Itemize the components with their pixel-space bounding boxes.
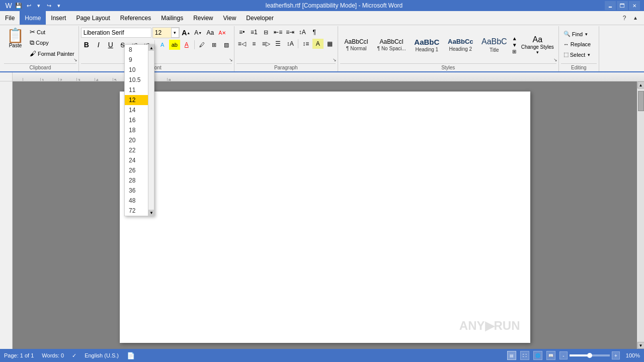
view-mode-fullscreen[interactable]: ⛶ (520, 351, 529, 360)
redo-button[interactable]: ↪ (44, 1, 53, 10)
italic-button[interactable]: I (93, 40, 104, 50)
change-styles-button[interactable]: Aa Change Styles ▾ (519, 34, 556, 56)
menu-insert[interactable]: Insert (46, 11, 71, 25)
zoom-in-button[interactable]: + (612, 351, 620, 359)
menu-review[interactable]: Review (188, 11, 218, 25)
scroll-up-button[interactable]: ▲ (637, 81, 645, 88)
cut-button[interactable]: ✂ Cut (28, 27, 76, 37)
quick-access-toolbar: W 💾 ↩ ▾ ↪ ▾ (4, 1, 63, 10)
help-button[interactable]: ? (620, 14, 629, 23)
style-h2-label: Heading 2 (449, 46, 472, 52)
font-shrink-button[interactable]: A▼ (193, 28, 204, 38)
font-size-input[interactable] (153, 28, 171, 38)
cut-label: Cut (37, 29, 45, 35)
paragraph-expander[interactable]: ↘ (333, 57, 337, 62)
select-icon: ⬚ (564, 51, 569, 58)
horizontal-ruler: 1 2 3 4 5 6 7 8 (13, 72, 644, 81)
style-heading2[interactable]: AaBbCc Heading 2 (444, 36, 477, 53)
select-button[interactable]: ⬚ Select ▾ (561, 50, 593, 59)
style-heading1[interactable]: AaBbC Heading 1 (411, 36, 443, 54)
bullets-button[interactable]: ≡• (236, 27, 248, 37)
font-size-dropdown-button[interactable]: ▾ (171, 28, 179, 38)
underline-button[interactable]: U (105, 40, 116, 50)
doc-view-icon[interactable]: 📄 (127, 352, 135, 359)
text-effects-button[interactable]: A (157, 40, 168, 50)
zoom-slider[interactable] (570, 354, 610, 356)
bold-button[interactable]: B (81, 40, 92, 50)
multilevel-button[interactable]: ⊟ (261, 27, 272, 37)
menu-home[interactable]: Home (20, 11, 46, 25)
menu-mailings[interactable]: Mailings (156, 11, 188, 25)
sort-button[interactable]: ↕A (297, 27, 308, 37)
font-expander[interactable]: ↘ (229, 57, 233, 62)
title-bar: W 💾 ↩ ▾ ↪ ▾ leatherfish.rtf [Compatibili… (0, 0, 644, 11)
maximize-button[interactable]: 🗖 (617, 1, 628, 10)
increase-indent-button[interactable]: ≡⇥ (285, 27, 296, 37)
menu-view[interactable]: View (218, 11, 242, 25)
paste-button[interactable]: 📋 Paste (4, 27, 27, 50)
decrease-indent-button[interactable]: ⇤≡ (273, 27, 284, 37)
align-right-button[interactable]: ≡▷ (261, 39, 272, 49)
menu-references[interactable]: References (115, 11, 156, 25)
styles-scroll-down[interactable]: ▼ (512, 42, 518, 48)
align-left-button[interactable]: ≡◁ (236, 39, 248, 49)
styles-expand[interactable]: ⊞ (512, 48, 518, 55)
styles-expander[interactable]: ↘ (553, 57, 557, 62)
ruler-mark-5: 4 (95, 78, 113, 81)
view-mode-web[interactable]: 🌐 (533, 351, 542, 360)
save-quickaccess-button[interactable]: 💾 (14, 1, 23, 10)
find-button[interactable]: 🔍 Find ▾ (561, 29, 590, 39)
font-name-input[interactable] (81, 28, 151, 38)
ruler-area: 1 2 3 4 5 6 7 8 (0, 72, 644, 81)
show-hide-button[interactable]: ¶ (309, 27, 320, 37)
scroll-down-button[interactable]: ▼ (637, 342, 645, 349)
styles-scroll-up[interactable]: ▲ (512, 35, 518, 42)
numbering-button[interactable]: ≡1 (249, 27, 260, 37)
zoom-level: 100% (622, 352, 640, 358)
scroll-track[interactable] (638, 88, 644, 342)
scroll-thumb[interactable] (638, 91, 644, 111)
view-mode-reading[interactable]: 📖 (546, 351, 555, 360)
copy-button[interactable]: ⧉ Copy (28, 38, 76, 48)
change-case-button[interactable]: Aa (205, 28, 216, 38)
view-mode-print[interactable]: ▤ (507, 351, 516, 360)
font-color-button[interactable]: A (181, 40, 192, 50)
find-arrow: ▾ (585, 32, 588, 37)
justify-button[interactable]: ☰ (273, 39, 284, 49)
style-normal-label: ¶ Normal (346, 46, 366, 51)
fontsize-scroll-down-btn[interactable]: ▼ (148, 210, 154, 216)
document-page[interactable]: ANY▶RUN (120, 92, 530, 343)
ribbon-toggle-button[interactable]: ▲ (631, 14, 640, 23)
style-normal[interactable]: AaBbCcI ¶ Normal (340, 37, 373, 53)
clipboard-label: Clipboard (4, 63, 76, 70)
style-no-spacing[interactable]: AaBbCcI ¶ No Spaci... (374, 37, 410, 53)
document-scroll-area[interactable]: ANY▶RUN (13, 81, 637, 349)
shading-button[interactable]: ▨ (221, 40, 232, 50)
style-title[interactable]: AaBbC Title (478, 35, 511, 54)
vertical-scrollbar: ▲ ▼ (637, 81, 644, 349)
zoom-out-button[interactable]: - (559, 351, 568, 359)
border-button[interactable]: ⊞ (209, 40, 220, 50)
shading2-button[interactable]: A (312, 39, 324, 49)
line-spacing-button[interactable]: ↕≡ (300, 39, 311, 49)
menu-pagelayout[interactable]: Page Layout (71, 11, 115, 25)
undo-button[interactable]: ↩ (24, 1, 33, 10)
clear-formatting-button[interactable]: A✕ (217, 28, 228, 38)
undo-dropdown-button[interactable]: ▾ (34, 1, 43, 10)
close-button[interactable]: ✕ (629, 1, 640, 10)
border2-button[interactable]: ▦ (325, 39, 336, 49)
clipboard-expander[interactable]: ↘ (73, 57, 77, 62)
font-grow-button[interactable]: A▲ (181, 28, 192, 38)
text-highlight-button[interactable]: ab (169, 40, 180, 50)
menu-developer[interactable]: Developer (241, 11, 279, 25)
menu-file[interactable]: File (0, 11, 20, 25)
format-painter-button[interactable]: 🖌 Format Painter (28, 49, 76, 58)
text-direction-button[interactable]: ↕A (285, 39, 296, 49)
minimize-button[interactable]: 🗕 (605, 1, 616, 10)
fontsize-scroll-up-btn[interactable]: ▲ (148, 45, 154, 51)
replace-button[interactable]: ↔ Replace (561, 40, 593, 49)
highlight-button[interactable]: 🖊 (197, 40, 208, 50)
quickaccess-dropdown-button[interactable]: ▾ (54, 1, 63, 10)
fontsize-dropdown[interactable]: 8 9 10 10.5 11 12 14 16 18 20 22 24 26 2… (124, 44, 154, 216)
align-center-button[interactable]: ≡ (249, 39, 260, 49)
